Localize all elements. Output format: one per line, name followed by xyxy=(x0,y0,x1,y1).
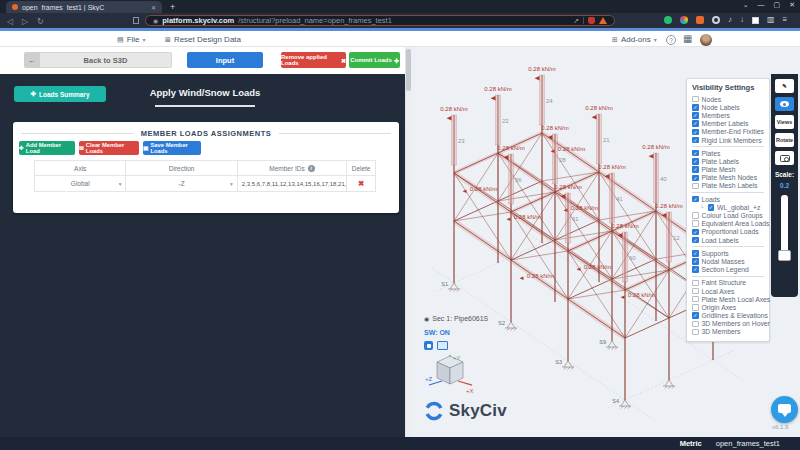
checkbox-unchecked-icon[interactable] xyxy=(692,329,699,336)
extension-icon[interactable] xyxy=(752,17,759,24)
restore-icon[interactable]: ▢ xyxy=(774,1,781,9)
panels-icon[interactable]: ▥ xyxy=(767,16,775,24)
member-ids-field[interactable]: 2,3,5,6,7,8,11,12,13,14,15,16,17,18,21,2… xyxy=(238,176,347,191)
checkbox-unchecked-icon[interactable] xyxy=(692,220,699,227)
visibility-tool-button[interactable] xyxy=(775,97,794,111)
checkbox-unchecked-icon[interactable] xyxy=(692,96,699,103)
extension-icon[interactable] xyxy=(680,16,688,24)
checkbox-checked-icon[interactable]: ✓ xyxy=(692,166,699,173)
visibility-item-rigid-link-members[interactable]: ✓Rigid Link Members xyxy=(692,136,764,144)
visibility-item-nodes[interactable]: Nodes xyxy=(692,95,764,103)
checkbox-checked-icon[interactable]: ✓ xyxy=(692,158,699,165)
visibility-item-plate-mesh[interactable]: ✓Plate Mesh xyxy=(692,166,764,174)
browser-menu-icon[interactable]: ≡ xyxy=(783,16,788,24)
user-avatar[interactable] xyxy=(700,34,712,46)
chat-bubble-button[interactable] xyxy=(771,396,798,423)
visibility-item-plate-mesh-nodes[interactable]: ✓Plate Mesh Nodes xyxy=(692,174,764,182)
visibility-item-3d-members[interactable]: 3D Members xyxy=(692,328,764,336)
checkbox-checked-icon[interactable]: ✓ xyxy=(692,312,699,319)
checkbox-checked-icon[interactable]: ✓ xyxy=(692,129,699,136)
checkbox-checked-icon[interactable]: ✓ xyxy=(692,137,699,144)
visibility-item-gridlines-elevations[interactable]: ✓Gridlines & Elevations xyxy=(692,312,764,320)
checkbox-checked-icon[interactable]: ✓ xyxy=(692,112,699,119)
tab-search-icon[interactable]: ⌄ xyxy=(743,1,749,9)
back-nav-icon[interactable]: ◁ xyxy=(7,17,13,26)
media-extension-icon[interactable]: ♪ xyxy=(728,16,732,24)
checkbox-checked-icon[interactable]: ✓ xyxy=(692,250,699,257)
save-member-loads-button[interactable]: ▣ Save Member Loads xyxy=(143,141,201,155)
plate-icon[interactable] xyxy=(437,341,448,350)
site-info-icon[interactable]: ◉ xyxy=(153,17,158,24)
checkbox-unchecked-icon[interactable] xyxy=(692,296,699,303)
visibility-item-3d-members-on-hover[interactable]: 3D Members on Hover xyxy=(692,320,764,328)
help-icon[interactable]: ? xyxy=(666,35,676,45)
addons-menu[interactable]: ⊞ Add-ons ▾ xyxy=(612,35,657,44)
checkbox-checked-icon[interactable]: ✓ xyxy=(692,104,699,111)
panel-scrollbar[interactable] xyxy=(405,47,412,437)
checkbox-unchecked-icon[interactable] xyxy=(692,280,699,287)
visibility-item-equivalent-area-loads[interactable]: Equivalent Area Loads xyxy=(692,220,764,228)
close-window-icon[interactable]: ✕ xyxy=(789,1,795,9)
visibility-item-faint-structure[interactable]: Faint Structure xyxy=(692,279,764,287)
screenshot-button[interactable] xyxy=(775,151,794,165)
download-icon[interactable]: ↓ xyxy=(740,16,744,24)
info-icon[interactable]: i xyxy=(308,165,315,172)
checkbox-checked-icon[interactable]: ✓ xyxy=(692,266,699,273)
commit-loads-button[interactable]: Commit Loads ✚ xyxy=(349,52,400,68)
browser-tab[interactable]: open_frames_test1 | SkyC ✕ xyxy=(6,1,162,13)
visibility-item-nodal-masses[interactable]: ✓Nodal Masses xyxy=(692,257,764,265)
apps-grid-icon[interactable]: ▦ xyxy=(683,33,692,44)
checkbox-unchecked-icon[interactable] xyxy=(692,304,699,311)
extension-icon[interactable] xyxy=(696,16,704,24)
minimize-icon[interactable]: — xyxy=(758,1,765,9)
checkbox-checked-icon[interactable]: ✓ xyxy=(692,229,699,236)
visibility-item-plate-mesh-labels[interactable]: Plate Mesh Labels xyxy=(692,182,764,190)
visibility-item-origin-axes[interactable]: Origin Axes xyxy=(692,303,764,311)
remove-applied-loads-button[interactable]: Remove applied Loads ✖ xyxy=(281,52,346,68)
visibility-item-members[interactable]: ✓Members xyxy=(692,111,764,119)
scale-slider[interactable] xyxy=(781,195,788,253)
new-tab-button[interactable]: + xyxy=(170,2,175,12)
visibility-item-node-labels[interactable]: ✓Node Labels xyxy=(692,103,764,111)
delete-row-icon[interactable]: ✖ xyxy=(347,176,375,191)
checkbox-unchecked-icon[interactable] xyxy=(692,288,699,295)
views-button[interactable]: Views xyxy=(775,115,794,129)
visibility-item-load-labels[interactable]: ✓Load Labels xyxy=(692,236,764,244)
checkbox-unchecked-icon[interactable] xyxy=(692,212,699,219)
visibility-item-section-legend[interactable]: ✓Section Legend xyxy=(692,266,764,274)
forward-nav-icon[interactable]: ▷ xyxy=(22,17,28,26)
checkbox-checked-icon[interactable]: ✓ xyxy=(708,204,715,211)
scrollbar-thumb[interactable] xyxy=(406,49,411,91)
orientation-cube[interactable]: +Y +X +Z xyxy=(424,352,478,398)
shield-extension-icon[interactable] xyxy=(588,17,595,24)
back-to-s3d-button[interactable]: ← Back to S3D xyxy=(24,52,172,68)
lock-icon[interactable] xyxy=(424,341,433,350)
rotate-button[interactable]: Rotate xyxy=(775,133,794,147)
bookmark-icon[interactable] xyxy=(133,17,139,24)
visibility-item-colour-load-groups[interactable]: Colour Load Groups xyxy=(692,211,764,219)
edit-tool-button[interactable]: ✎ xyxy=(775,79,794,93)
warning-extension-icon[interactable] xyxy=(599,17,607,24)
share-icon[interactable]: ↗ xyxy=(573,17,579,25)
reset-design-data-button[interactable]: ⊠ Reset Design Data xyxy=(165,35,241,44)
visibility-item-local-axes[interactable]: Local Axes xyxy=(692,287,764,295)
visibility-item-plate-labels[interactable]: ✓Plate Labels xyxy=(692,157,764,165)
checkbox-checked-icon[interactable]: ✓ xyxy=(692,237,699,244)
direction-select[interactable]: -Z ▾ xyxy=(126,176,237,191)
extension-icon[interactable] xyxy=(664,16,672,24)
visibility-item-member-end-fixities[interactable]: ✓Member-End Fixities xyxy=(692,128,764,136)
visibility-item-supports[interactable]: ✓Supports xyxy=(692,249,764,257)
visibility-item-wl-global-z[interactable]: ✓WL_global_+z xyxy=(692,203,764,211)
loads-summary-button[interactable]: ✚ Loads Summary xyxy=(14,86,106,102)
clear-member-loads-button[interactable]: ⊠ Clear Member Loads xyxy=(79,141,139,155)
checkbox-checked-icon[interactable]: ✓ xyxy=(692,196,699,203)
units-label[interactable]: Metric xyxy=(680,439,702,448)
checkbox-checked-icon[interactable]: ✓ xyxy=(692,258,699,265)
checkbox-checked-icon[interactable]: ✓ xyxy=(692,150,699,157)
visibility-item-member-labels[interactable]: ✓Member Labels xyxy=(692,120,764,128)
checkbox-checked-icon[interactable]: ✓ xyxy=(692,175,699,182)
address-bar[interactable]: ◉ platform.skyciv.com /structural?preloa… xyxy=(145,15,615,26)
add-member-load-button[interactable]: ✚ Add Member Load xyxy=(19,141,75,155)
reload-icon[interactable]: ↻ xyxy=(37,17,44,26)
input-button[interactable]: Input xyxy=(187,52,263,68)
